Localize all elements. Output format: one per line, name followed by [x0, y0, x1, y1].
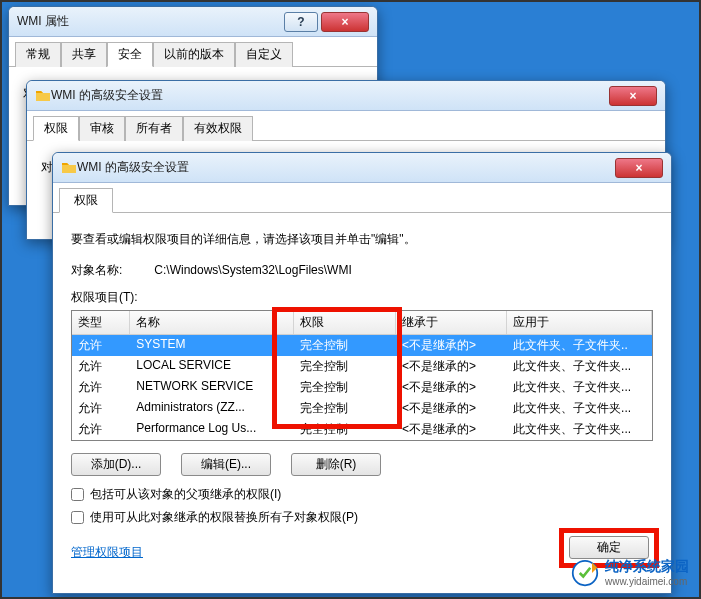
cell-type: 允许	[72, 399, 130, 418]
ok-button[interactable]: 确定	[569, 536, 649, 559]
col-type[interactable]: 类型	[72, 311, 130, 334]
tab-previous-versions[interactable]: 以前的版本	[153, 42, 235, 67]
folder-icon	[61, 160, 77, 176]
table-row[interactable]: 允许Administrators (ZZ...完全控制<不是继承的>此文件夹、子…	[72, 398, 652, 419]
help-button[interactable]: ?	[284, 12, 318, 32]
cell-perm: 完全控制	[294, 399, 396, 418]
cell-apply: 此文件夹、子文件夹...	[507, 420, 652, 439]
edit-button[interactable]: 编辑(E)...	[181, 453, 271, 476]
cell-type: 允许	[72, 336, 130, 355]
object-name-label: 对象名称:	[71, 262, 151, 279]
tab-audit[interactable]: 审核	[79, 116, 125, 141]
table-header: 类型 名称 权限 继承于 应用于	[72, 311, 652, 335]
table-row[interactable]: 允许SYSTEM完全控制<不是继承的>此文件夹、子文件夹..	[72, 335, 652, 356]
cell-type: 允许	[72, 420, 130, 439]
watermark-name: 纯净系统家园	[605, 558, 689, 576]
permission-list-label: 权限项目(T):	[71, 289, 653, 306]
watermark-url: www.yidaimei.com	[605, 576, 689, 587]
window-title: WMI 属性	[17, 13, 281, 30]
tab-permissions[interactable]: 权限	[59, 188, 113, 213]
titlebar[interactable]: WMI 属性 ? ×	[9, 7, 377, 37]
instruction-text: 要查看或编辑权限项目的详细信息，请选择该项目并单击"编辑"。	[71, 231, 653, 248]
remove-button[interactable]: 删除(R)	[291, 453, 381, 476]
tab-general[interactable]: 常规	[15, 42, 61, 67]
cell-apply: 此文件夹、子文件夹...	[507, 378, 652, 397]
checkbox-label: 使用可从此对象继承的权限替换所有子对象权限(P)	[90, 509, 358, 526]
logo-icon	[571, 559, 599, 587]
cell-name: NETWORK SERVICE	[130, 378, 294, 397]
cell-inherit: <不是继承的>	[396, 357, 507, 376]
tab-custom[interactable]: 自定义	[235, 42, 293, 67]
cell-apply: 此文件夹、子文件夹..	[507, 336, 652, 355]
cell-perm: 完全控制	[294, 420, 396, 439]
checkbox-label: 包括可从该对象的父项继承的权限(I)	[90, 486, 281, 503]
col-name[interactable]: 名称	[130, 311, 294, 334]
cell-name: SYSTEM	[130, 336, 294, 355]
watermark: 纯净系统家园 www.yidaimei.com	[571, 558, 689, 587]
permission-table[interactable]: 类型 名称 权限 继承于 应用于 允许SYSTEM完全控制<不是继承的>此文件夹…	[71, 310, 653, 441]
cell-type: 允许	[72, 378, 130, 397]
add-button[interactable]: 添加(D)...	[71, 453, 161, 476]
cell-inherit: <不是继承的>	[396, 420, 507, 439]
col-inherit[interactable]: 继承于	[396, 311, 507, 334]
cell-perm: 完全控制	[294, 336, 396, 355]
table-row[interactable]: 允许LOCAL SERVICE完全控制<不是继承的>此文件夹、子文件夹...	[72, 356, 652, 377]
titlebar[interactable]: WMI 的高级安全设置 ×	[27, 81, 665, 111]
col-permission[interactable]: 权限	[294, 311, 396, 334]
cell-inherit: <不是继承的>	[396, 336, 507, 355]
tab-share[interactable]: 共享	[61, 42, 107, 67]
replace-child-perms-checkbox[interactable]: 使用可从此对象继承的权限替换所有子对象权限(P)	[71, 509, 653, 526]
cell-type: 允许	[72, 357, 130, 376]
titlebar[interactable]: WMI 的高级安全设置 ×	[53, 153, 671, 183]
cell-apply: 此文件夹、子文件夹...	[507, 399, 652, 418]
tab-owner[interactable]: 所有者	[125, 116, 183, 141]
checkbox-input[interactable]	[71, 511, 84, 524]
tab-security[interactable]: 安全	[107, 42, 153, 67]
tab-effective[interactable]: 有效权限	[183, 116, 253, 141]
cell-name: LOCAL SERVICE	[130, 357, 294, 376]
cell-inherit: <不是继承的>	[396, 378, 507, 397]
tab-permissions[interactable]: 权限	[33, 116, 79, 141]
cell-apply: 此文件夹、子文件夹...	[507, 357, 652, 376]
window-title: WMI 的高级安全设置	[51, 87, 606, 104]
cell-name: Performance Log Us...	[130, 420, 294, 439]
cell-perm: 完全控制	[294, 378, 396, 397]
close-button[interactable]: ×	[321, 12, 369, 32]
advanced-security-window: WMI 的高级安全设置 × 权限 要查看或编辑权限项目的详细信息，请选择该项目并…	[52, 152, 672, 594]
close-button[interactable]: ×	[609, 86, 657, 106]
checkbox-input[interactable]	[71, 488, 84, 501]
cell-name: Administrators (ZZ...	[130, 399, 294, 418]
tabstrip: 权限	[53, 183, 671, 213]
tabstrip: 权限 审核 所有者 有效权限	[27, 111, 665, 141]
tabstrip: 常规 共享 安全 以前的版本 自定义	[9, 37, 377, 67]
cell-inherit: <不是继承的>	[396, 399, 507, 418]
folder-icon	[35, 88, 51, 104]
cell-perm: 完全控制	[294, 357, 396, 376]
manage-permissions-link[interactable]: 管理权限项目	[71, 544, 143, 561]
table-row[interactable]: 允许NETWORK SERVICE完全控制<不是继承的>此文件夹、子文件夹...	[72, 377, 652, 398]
window-title: WMI 的高级安全设置	[77, 159, 612, 176]
col-apply[interactable]: 应用于	[507, 311, 652, 334]
close-button[interactable]: ×	[615, 158, 663, 178]
include-inheritable-checkbox[interactable]: 包括可从该对象的父项继承的权限(I)	[71, 486, 653, 503]
object-name-value: C:\Windows\System32\LogFiles\WMI	[154, 263, 351, 277]
table-row[interactable]: 允许Performance Log Us...完全控制<不是继承的>此文件夹、子…	[72, 419, 652, 440]
